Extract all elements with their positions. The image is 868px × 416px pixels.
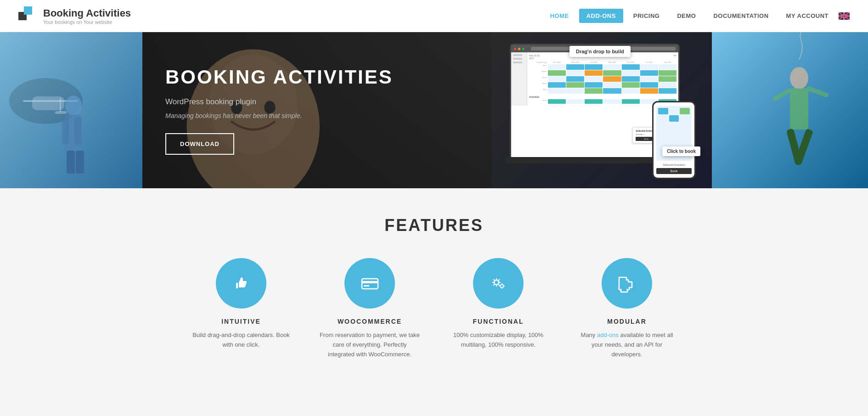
hero-screen-panel: Feb 19-25, 2017 ◀ ▶ 1st planning Sun 2/1… xyxy=(491,32,712,188)
add-ons-link[interactable]: add-ons xyxy=(597,332,619,338)
drag-tooltip: Drag'n drop to build xyxy=(569,46,631,57)
header: Booking Activities Your bookings on Your… xyxy=(0,0,868,32)
main-nav: HOME ADD-ONS PRICING DEMO DOCUMENTATION … xyxy=(543,9,850,23)
logo-title: Booking Activities xyxy=(43,7,131,19)
svg-rect-1 xyxy=(24,6,32,15)
feature-functional: FUNCTIONAL 100% customizable display, 10… xyxy=(448,258,549,359)
feature-modular: MODULAR Many add-ons available to meet a… xyxy=(576,258,677,359)
hero-right-panel xyxy=(712,32,868,188)
click-tooltip: Click to book xyxy=(662,146,700,156)
logo-subtitle: Your bookings on Your website xyxy=(43,19,131,25)
svg-rect-5 xyxy=(32,96,64,110)
phone-frame: ↙ Selected Activities Book xyxy=(652,101,696,179)
svg-rect-13 xyxy=(67,151,75,174)
modular-icon-circle xyxy=(602,258,652,309)
logo-icon xyxy=(18,6,38,26)
svg-rect-22 xyxy=(790,88,808,129)
hero-plugin-label: WordPress booking plugin xyxy=(165,97,468,107)
woocommerce-name: WOOCOMMERCE xyxy=(338,318,402,325)
svg-rect-11 xyxy=(62,117,69,145)
svg-rect-8 xyxy=(55,111,67,114)
features-section: FEATURES INTUITIVE Build drag-and-drop c… xyxy=(0,188,868,377)
nav-my-account[interactable]: MY ACCOUNT xyxy=(779,9,836,23)
svg-rect-12 xyxy=(74,117,81,145)
hero-content: BOOKING ACTIVITIES WordPress booking plu… xyxy=(165,66,468,155)
hero-section: BOOKING ACTIVITIES WordPress booking plu… xyxy=(0,32,868,188)
nav-documentation[interactable]: DOCUMENTATION xyxy=(706,9,776,23)
svg-rect-30 xyxy=(362,281,378,283)
modular-name: MODULAR xyxy=(607,318,647,325)
svg-point-21 xyxy=(790,67,808,89)
logo-area: Booking Activities Your bookings on Your… xyxy=(18,6,131,26)
hero-title: BOOKING ACTIVITIES xyxy=(165,66,468,88)
intuitive-desc: Build drag-and-drop calendars. Book with… xyxy=(191,331,292,350)
woocommerce-icon-circle xyxy=(344,258,395,309)
phone-book-button[interactable]: Book xyxy=(656,168,692,174)
language-flag[interactable] xyxy=(839,12,850,20)
nav-pricing[interactable]: PRICING xyxy=(626,9,667,23)
features-title: FEATURES xyxy=(18,216,850,235)
intuitive-name: INTUITIVE xyxy=(221,318,261,325)
hero-description: Managing bookings has never been that si… xyxy=(165,112,468,119)
hero-center: BOOKING ACTIVITIES WordPress booking plu… xyxy=(142,32,491,188)
intuitive-icon-circle xyxy=(216,258,266,309)
svg-point-28 xyxy=(357,271,383,296)
features-grid: INTUITIVE Build drag-and-drop calendars.… xyxy=(158,258,710,359)
svg-point-9 xyxy=(65,96,82,116)
svg-rect-7 xyxy=(60,98,61,112)
functional-icon-circle xyxy=(473,258,524,309)
functional-name: FUNCTIONAL xyxy=(473,318,524,325)
nav-home[interactable]: HOME xyxy=(543,9,576,23)
download-button[interactable]: DOWNLOAD xyxy=(165,133,234,155)
svg-rect-14 xyxy=(76,151,84,174)
modular-desc: Many add-ons available to meet all your … xyxy=(576,331,677,359)
nav-demo[interactable]: DEMO xyxy=(670,9,703,23)
logo-text: Booking Activities Your bookings on Your… xyxy=(43,7,131,25)
hero-left-panel xyxy=(0,32,142,188)
feature-woocommerce: WOOCOMMERCE From reservation to payment,… xyxy=(319,258,420,359)
feature-intuitive: INTUITIVE Build drag-and-drop calendars.… xyxy=(191,258,292,359)
woocommerce-desc: From reservation to payment, we take car… xyxy=(319,331,420,359)
svg-rect-31 xyxy=(364,285,369,287)
nav-add-ons[interactable]: ADD-ONS xyxy=(579,9,623,23)
functional-desc: 100% customizable display, 100% multilan… xyxy=(448,331,549,350)
